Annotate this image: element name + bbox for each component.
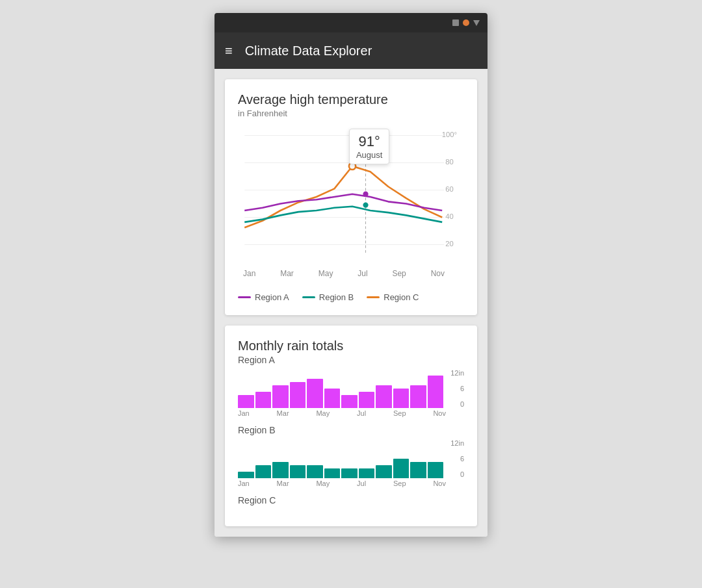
main-content: Average high temperature in Fahrenheit 9…	[214, 69, 488, 537]
rain-b-y-axis: 12in 6 0	[446, 439, 464, 478]
rain-bar	[341, 395, 358, 408]
rain-a-y-mid: 6	[446, 385, 464, 392]
rain-bar	[272, 462, 289, 478]
rain-bar	[238, 472, 254, 478]
svg-point-13	[363, 202, 368, 207]
rain-bar	[393, 459, 410, 478]
rain-bar	[376, 465, 392, 478]
rain-bar	[341, 468, 358, 478]
rain-bar	[238, 395, 254, 408]
rain-bar	[290, 465, 306, 478]
legend-line-a	[238, 296, 251, 298]
rain-bar	[428, 462, 444, 478]
app-bar: ≡ Climate Data Explorer	[214, 32, 488, 69]
legend-label-c: Region C	[384, 292, 419, 302]
rain-a-y-top: 12in	[446, 369, 464, 377]
rain-region-a-section: Region A 12in 6 0 Jan Mar May Jul Sep No…	[238, 355, 464, 417]
temp-chart-container: 91° August 100° 80 60 40 20	[238, 129, 464, 285]
temperature-card: Average high temperature in Fahrenheit 9…	[225, 79, 477, 315]
x-label-may: May	[318, 269, 333, 278]
svg-text:60: 60	[445, 185, 454, 192]
rain-bar	[324, 389, 341, 408]
svg-text:100°: 100°	[442, 130, 457, 138]
rain-bar	[290, 382, 306, 408]
rain-b-x-labels: Jan Mar May Jul Sep Nov	[238, 479, 464, 487]
rain-a-x-labels: Jan Mar May Jul Sep Nov	[238, 409, 464, 417]
temp-chart-subtitle: in Fahrenheit	[238, 109, 464, 118]
status-icon-circle	[463, 19, 469, 26]
rain-b-bars	[238, 439, 443, 478]
temp-chart-legend: Region A Region B Region C	[238, 292, 464, 302]
menu-icon[interactable]: ≡	[225, 44, 232, 58]
rain-bar	[376, 385, 392, 408]
x-label-nov: Nov	[431, 269, 445, 278]
svg-point-12	[363, 192, 368, 197]
rain-card: Monthly rain totals Region A 12in 6 0 Ja…	[225, 326, 477, 526]
rain-a-y-axis: 12in 6 0	[446, 369, 464, 408]
status-bar	[214, 13, 488, 32]
rain-bar	[255, 465, 272, 478]
legend-region-c: Region C	[367, 292, 419, 302]
rain-bar	[410, 385, 426, 408]
status-icon-square	[452, 19, 459, 26]
status-icon-triangle	[473, 20, 480, 26]
legend-line-c	[367, 296, 380, 298]
temp-chart-svg: 100° 80 60 40 20	[238, 129, 464, 265]
rain-bar	[255, 392, 272, 408]
legend-region-a: Region A	[238, 292, 289, 302]
rain-b-y-bot: 0	[446, 470, 464, 478]
x-label-mar: Mar	[280, 269, 294, 278]
temp-x-axis: Jan Mar May Jul Sep Nov	[238, 269, 464, 278]
legend-region-b: Region B	[302, 292, 354, 302]
legend-line-b	[302, 296, 315, 298]
rain-bar	[272, 385, 289, 408]
rain-chart-title: Monthly rain totals	[238, 339, 464, 353]
x-label-sep: Sep	[392, 269, 406, 278]
rain-bar	[359, 392, 375, 408]
rain-region-b-chart: 12in 6 0	[238, 439, 464, 478]
rain-region-a-label: Region A	[238, 355, 464, 365]
rain-bar	[410, 462, 426, 478]
rain-bar	[307, 379, 323, 408]
svg-text:40: 40	[445, 212, 454, 220]
rain-bar	[393, 389, 410, 408]
rain-a-y-bot: 0	[446, 400, 464, 408]
rain-region-b-label: Region B	[238, 425, 464, 435]
svg-text:20: 20	[445, 239, 454, 247]
x-label-jan: Jan	[243, 269, 255, 278]
x-label-jul: Jul	[358, 269, 367, 278]
rain-bar	[324, 468, 341, 478]
rain-b-y-top: 12in	[446, 439, 464, 447]
legend-label-b: Region B	[319, 292, 354, 302]
rain-bar	[307, 465, 323, 478]
rain-region-a-chart: 12in 6 0	[238, 369, 464, 408]
rain-region-b-section: Region B 12in 6 0 Jan Mar May Jul Sep No…	[238, 425, 464, 487]
app-title: Climate Data Explorer	[245, 44, 372, 58]
rain-region-c-label: Region C	[238, 495, 464, 505]
device-container: ≡ Climate Data Explorer Average high tem…	[214, 13, 488, 537]
rain-bar	[359, 468, 375, 478]
svg-point-11	[349, 163, 356, 170]
temp-chart-title: Average high temperature	[238, 92, 464, 107]
rain-b-y-mid: 6	[446, 455, 464, 463]
rain-bar	[428, 376, 444, 408]
legend-label-a: Region A	[255, 292, 289, 302]
svg-text:80: 80	[445, 157, 454, 165]
rain-region-c-section: Region C	[238, 495, 464, 505]
rain-a-bars	[238, 369, 443, 408]
